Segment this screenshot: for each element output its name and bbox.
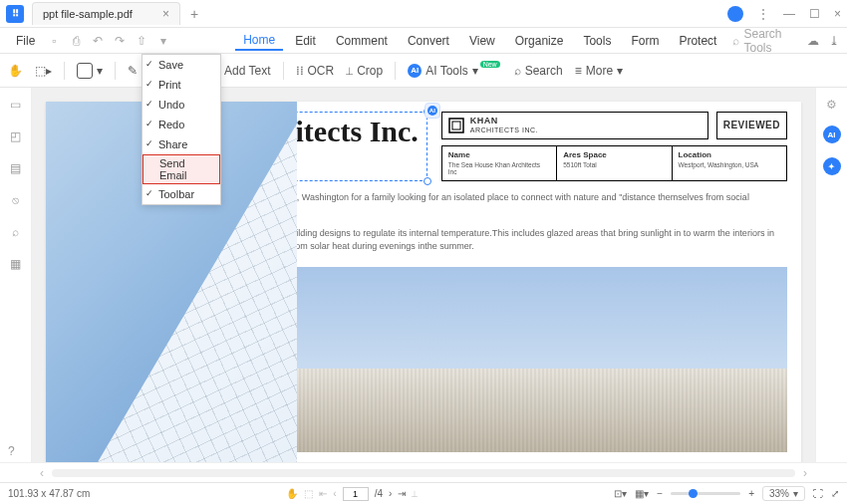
qat-dropdown-icon[interactable]: ▾ (156, 34, 170, 48)
maximize-icon[interactable]: ☐ (809, 7, 820, 21)
tab-close-icon[interactable]: × (162, 7, 169, 21)
minimize-icon[interactable]: — (783, 7, 795, 21)
ai-sidebar-icon[interactable]: AI (823, 126, 841, 143)
save-icon[interactable]: ▫ (47, 34, 61, 48)
brand-logo-icon (448, 118, 464, 133)
app-logo-icon: ⠿ (6, 5, 24, 23)
search-tools[interactable]: ⌕ Search Tools (732, 27, 795, 55)
menu-edit[interactable]: Edit (287, 32, 324, 50)
fit-mode-icon[interactable]: ⊡▾ (614, 488, 627, 499)
nav-more-icon[interactable]: ⟂ (412, 488, 418, 499)
ai-tools-button[interactable]: AI AI Tools ▾New (408, 64, 501, 78)
menu-form[interactable]: Form (623, 32, 667, 50)
menu-protect[interactable]: Protect (671, 32, 724, 50)
menu-bar: File ▫ ⎙ ↶ ↷ ⇧ ▾ Home Edit Comment Conve… (0, 28, 847, 54)
left-sidebar: ▭ ◰ ▤ ⍉ ⌕ ▦ (0, 88, 32, 462)
close-window-icon[interactable]: × (834, 7, 841, 21)
search-button[interactable]: ⌕ Search (514, 64, 563, 78)
page-total: /4 (375, 488, 383, 499)
qat-customize-menu: Save Print Undo Redo Share Send Email To… (141, 54, 221, 205)
select-tool[interactable]: ⬚▸ (35, 64, 52, 78)
read-mode-icon[interactable]: ⛶ (813, 488, 823, 499)
menu-view[interactable]: View (461, 32, 503, 50)
cloud-upload-icon[interactable]: ☁ (807, 34, 819, 48)
home-toolbar: ✋ ⬚▸ ▾ ✎ Edit All ▾ T Add Text ⁞⁞ OCR ⟂ … (0, 54, 847, 88)
menu-item-print[interactable]: Print (142, 75, 220, 95)
menu-tools[interactable]: Tools (575, 32, 619, 50)
redo-icon[interactable]: ↷ (113, 34, 127, 48)
ocr-button[interactable]: ⁞⁞ OCR (296, 64, 335, 78)
zoom-out-icon[interactable]: − (657, 488, 663, 499)
new-tab-button[interactable]: + (190, 6, 198, 22)
crop-button[interactable]: ⟂ Crop (346, 64, 383, 78)
search-icon: ⌕ (732, 34, 739, 48)
header-cards: KHANARCHITECTS INC. REVIEWED NameThe Sea… (441, 112, 787, 181)
more-button[interactable]: ≡ More ▾ (575, 64, 623, 78)
resize-handle[interactable] (424, 177, 431, 185)
fields-panel-icon[interactable]: ▦ (10, 257, 21, 271)
menu-home[interactable]: Home (235, 31, 283, 51)
hand-nav-icon[interactable]: ✋ (286, 488, 298, 499)
zoom-in-icon[interactable]: + (748, 488, 754, 499)
menu-convert[interactable]: Convert (400, 32, 457, 50)
quick-access-toolbar: ▫ ⎙ ↶ ↷ ⇧ ▾ (47, 34, 170, 48)
comments-panel-icon[interactable]: ▤ (10, 161, 21, 175)
help-icon[interactable]: ? (8, 444, 15, 458)
undo-icon[interactable]: ↶ (91, 34, 105, 48)
right-sidebar: ⚙ AI ✦ (815, 88, 847, 462)
hand-tool[interactable]: ✋ (8, 64, 23, 78)
page-number-input[interactable] (343, 487, 369, 501)
prev-page-icon[interactable]: ‹ (333, 488, 336, 499)
scrollbar-track[interactable] (52, 469, 795, 477)
document-tab[interactable]: ppt file-sample.pdf × (32, 2, 180, 25)
zoom-value[interactable]: 33%▾ (762, 486, 805, 501)
svg-rect-1 (452, 122, 460, 129)
rectangle-icon (77, 63, 93, 79)
share-icon[interactable]: ⇧ (135, 34, 148, 48)
menu-item-redo[interactable]: Redo (142, 115, 220, 134)
add-text-button[interactable]: T Add Text (213, 64, 271, 78)
menu-item-undo[interactable]: Undo (142, 95, 220, 115)
tab-title: ppt file-sample.pdf (43, 8, 133, 20)
status-bar: 101.93 x 47.87 cm ✋ ⬚ ⇤ ‹ /4 › ⇥ ⟂ ⊡▾ ▦▾… (0, 482, 847, 504)
first-page-icon[interactable]: ⇤ (319, 488, 327, 499)
user-avatar-icon[interactable] (727, 6, 743, 22)
last-page-icon[interactable]: ⇥ (398, 488, 406, 499)
ai-icon: AI (408, 64, 422, 78)
reviewed-stamp: REVIEWED (716, 112, 787, 139)
menu-item-send-email[interactable]: Send Email (142, 154, 220, 184)
menu-item-save[interactable]: Save (142, 55, 220, 75)
brand-card: KHANARCHITECTS INC. (441, 112, 708, 139)
layout-mode-icon[interactable]: ▦▾ (635, 488, 649, 499)
menu-item-share[interactable]: Share (142, 134, 220, 154)
building-photo-2 (243, 267, 787, 452)
properties-icon[interactable]: ⚙ (826, 98, 837, 112)
svg-rect-0 (449, 119, 463, 132)
info-table: NameThe Sea House Khan Architects Inc Ar… (441, 145, 787, 181)
ai-chat-icon[interactable]: ✦ (823, 157, 841, 175)
attachments-icon[interactable]: ⍉ (12, 193, 19, 207)
zoom-slider[interactable] (671, 492, 740, 495)
cloud-download-icon[interactable]: ⤓ (829, 34, 839, 48)
file-menu[interactable]: File (8, 32, 43, 50)
thumbnails-icon[interactable]: ▭ (10, 98, 21, 112)
page-controls: ✋ ⬚ ⇤ ‹ /4 › ⇥ ⟂ (286, 487, 418, 501)
print-icon[interactable]: ⎙ (69, 34, 83, 48)
menu-item-toolbar[interactable]: Toolbar (142, 184, 220, 204)
menu-comment[interactable]: Comment (328, 32, 396, 50)
fullscreen-icon[interactable]: ⤢ (831, 488, 839, 499)
scroll-left-icon[interactable]: ‹ (40, 466, 44, 480)
scroll-right-icon[interactable]: › (803, 466, 807, 480)
menu-organize[interactable]: Organize (507, 32, 572, 50)
horizontal-scrollbar[interactable]: ‹ › (0, 462, 847, 482)
select-nav-icon[interactable]: ⬚ (304, 488, 313, 499)
bookmarks-icon[interactable]: ◰ (10, 129, 21, 143)
search-panel-icon[interactable]: ⌕ (12, 225, 19, 239)
shape-tool[interactable]: ▾ (77, 63, 103, 79)
dimensions-readout: 101.93 x 47.87 cm (8, 488, 90, 499)
ai-corner-icon[interactable]: AI (424, 103, 440, 119)
zoom-thumb[interactable] (689, 489, 698, 498)
next-page-icon[interactable]: › (389, 488, 392, 499)
new-badge: New (480, 61, 500, 68)
kebab-menu-icon[interactable]: ⋮ (757, 7, 769, 21)
